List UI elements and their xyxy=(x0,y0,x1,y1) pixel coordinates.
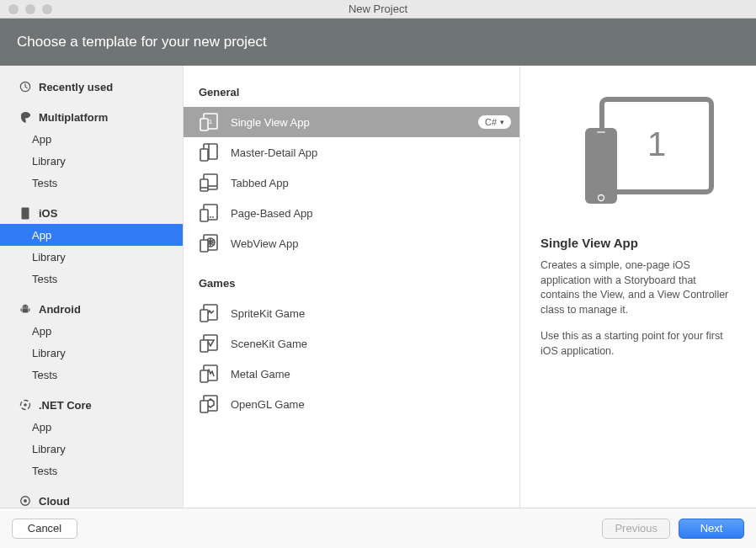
svg-rect-1 xyxy=(22,207,29,219)
template-label: Single View App xyxy=(231,116,466,129)
sidebar-item-label: Multiplatform xyxy=(39,111,108,124)
svg-rect-28 xyxy=(200,240,208,252)
sidebar-item[interactable]: App xyxy=(0,320,183,342)
sidebar-item-label: Cloud xyxy=(39,495,70,508)
template-label: Metal Game xyxy=(231,368,511,380)
cancel-button[interactable]: Cancel xyxy=(12,519,77,539)
template-row[interactable]: SpriteKit Game xyxy=(184,298,519,328)
sidebar: Recently usedMultiplatformAppLibraryTest… xyxy=(0,66,184,508)
template-row[interactable]: Page-Based App xyxy=(184,198,519,228)
detail-title: Single View App xyxy=(540,236,736,250)
sidebar-item[interactable]: App xyxy=(0,224,183,246)
sidebar-item[interactable]: .NET Core xyxy=(0,394,183,416)
sidebar-item[interactable]: Library xyxy=(0,246,183,268)
scenekit-icon xyxy=(199,333,219,354)
sidebar-item-label: App xyxy=(32,229,51,242)
template-label: Tabbed App xyxy=(231,177,511,189)
zoom-window-icon[interactable] xyxy=(42,4,52,14)
sidebar-item[interactable]: Cloud xyxy=(0,490,183,508)
svg-rect-4 xyxy=(29,308,29,311)
svg-rect-16 xyxy=(200,149,208,161)
close-window-icon[interactable] xyxy=(8,4,19,14)
sidebar-item-label: Tests xyxy=(32,465,57,477)
language-badge[interactable]: C#▾ xyxy=(478,115,511,129)
sidebar-item[interactable]: iOS xyxy=(0,202,183,224)
svg-rect-32 xyxy=(200,340,208,352)
template-row[interactable]: Metal Game xyxy=(184,359,519,389)
template-section-header: Games xyxy=(184,270,519,298)
template-label: SpriteKit Game xyxy=(231,307,511,320)
detail-description-2: Use this as a starting point for your fi… xyxy=(540,329,736,359)
single-view-icon: 1 xyxy=(199,112,219,132)
spritekit-icon xyxy=(199,303,219,323)
dotnet-icon xyxy=(19,398,32,412)
svg-point-10 xyxy=(24,499,27,503)
svg-point-24 xyxy=(212,216,214,218)
svg-point-5 xyxy=(24,306,24,306)
sidebar-item-label: Library xyxy=(32,251,66,263)
sidebar-item[interactable]: App xyxy=(0,128,183,150)
metal-icon xyxy=(199,364,219,384)
banner-text: Choose a template for your new project xyxy=(17,34,267,50)
template-label: Page-Based App xyxy=(231,207,511,220)
sidebar-item[interactable]: Tests xyxy=(0,364,183,386)
template-label: OpenGL Game xyxy=(231,398,511,411)
content: Recently usedMultiplatformAppLibraryTest… xyxy=(0,66,756,508)
svg-rect-19 xyxy=(200,179,208,191)
template-label: WebView App xyxy=(231,237,511,250)
svg-rect-36 xyxy=(200,401,208,412)
sidebar-item[interactable]: Tests xyxy=(0,460,183,481)
webview-icon xyxy=(199,233,219,253)
sidebar-item-label: Recently used xyxy=(39,81,113,93)
android-icon xyxy=(19,302,32,316)
svg-rect-12 xyxy=(200,119,208,130)
banner: Choose a template for your new project xyxy=(0,19,756,66)
sidebar-item-label: Tests xyxy=(32,273,57,285)
sidebar-item[interactable]: Tests xyxy=(0,172,183,194)
detail-description-1: Creates a simple, one-page iOS applicati… xyxy=(540,258,736,317)
minimize-window-icon[interactable] xyxy=(25,4,35,14)
sidebar-item[interactable]: Multiplatform xyxy=(0,106,183,128)
svg-rect-2 xyxy=(23,308,29,312)
sidebar-item-label: .NET Core xyxy=(39,399,92,412)
detail-panel: 1 Single View App Creates a simple, one-… xyxy=(520,66,756,508)
template-label: Master-Detail App xyxy=(231,146,511,159)
svg-rect-25 xyxy=(200,210,208,221)
template-row[interactable]: Tabbed App xyxy=(184,168,519,198)
clock-icon xyxy=(19,80,32,93)
template-row[interactable]: Master-Detail App xyxy=(184,137,519,168)
sidebar-item[interactable]: Library xyxy=(0,438,183,460)
svg-text:1: 1 xyxy=(647,125,666,162)
template-row[interactable]: WebView App xyxy=(184,228,519,258)
master-detail-icon xyxy=(199,142,219,162)
window-title: New Project xyxy=(0,3,756,15)
templates-column: General1Single View AppC#▾Master-Detail … xyxy=(184,66,520,508)
sidebar-item[interactable]: Android xyxy=(0,298,183,320)
footer: Cancel Previous Next xyxy=(0,508,756,548)
sidebar-item[interactable]: Recently used xyxy=(0,76,183,98)
svg-point-6 xyxy=(26,306,27,306)
template-row[interactable]: 1Single View AppC#▾ xyxy=(184,107,519,137)
chevron-down-icon: ▾ xyxy=(500,118,504,126)
template-row[interactable]: SceneKit Game xyxy=(184,328,519,359)
svg-rect-42 xyxy=(597,131,605,133)
svg-rect-3 xyxy=(20,308,21,311)
svg-text:1: 1 xyxy=(209,118,213,125)
sidebar-item-label: iOS xyxy=(39,207,57,220)
next-button[interactable]: Next xyxy=(679,519,744,539)
page-based-icon xyxy=(199,203,219,223)
opengl-icon xyxy=(199,394,219,414)
template-label: SceneKit Game xyxy=(231,338,511,350)
sidebar-item-label: Android xyxy=(39,303,81,316)
detail-illustration: 1 xyxy=(540,93,736,210)
previous-button: Previous xyxy=(602,519,670,539)
sidebar-item[interactable]: Tests xyxy=(0,268,183,290)
sidebar-item-label: Library xyxy=(32,443,66,455)
cloud-icon xyxy=(19,494,32,508)
sidebar-item[interactable]: Library xyxy=(0,342,183,364)
template-row[interactable]: OpenGL Game xyxy=(184,389,519,419)
sidebar-item[interactable]: Library xyxy=(0,150,183,172)
sidebar-item-label: Library xyxy=(32,155,66,168)
sidebar-item[interactable]: App xyxy=(0,416,183,438)
titlebar: New Project xyxy=(0,0,756,19)
